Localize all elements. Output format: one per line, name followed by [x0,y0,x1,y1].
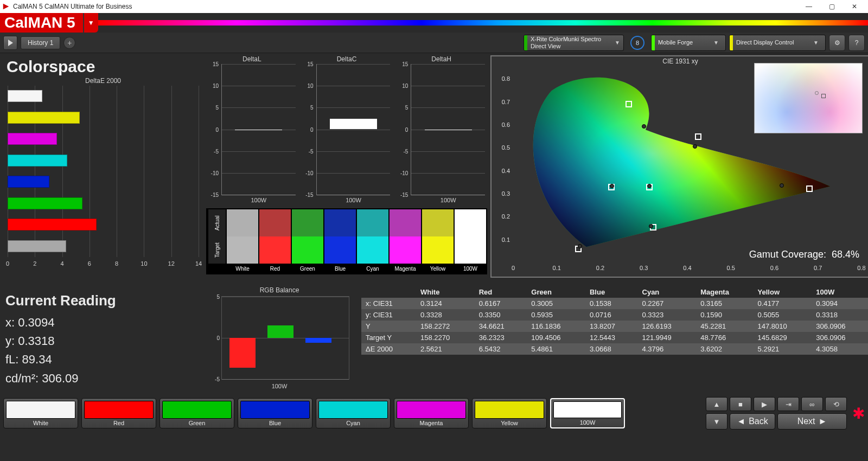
continuous-button[interactable]: ∞ [801,397,823,411]
brand-logo-text: CalMAN 5 [4,14,75,31]
nav-down-button[interactable]: ▼ [706,413,727,430]
swatch-actual-magenta [388,209,421,236]
tab-add-button[interactable]: + [63,37,75,49]
swatch-button-cyan[interactable]: Cyan [316,398,391,428]
swatch-button-red[interactable]: Red [81,398,156,428]
cie-measured-blue [578,244,582,248]
swatch-actual-100w [454,209,486,236]
app-icon [2,3,10,10]
deltae-bar-blue [8,176,49,188]
deltae-chart: 02468101214 [8,86,201,267]
delta-mini-panel: DeltaL -15-10-5051015100W DeltaC -15-10-… [206,55,487,283]
help-button[interactable]: ? [848,35,865,51]
meter-slot[interactable]: X-Rite ColorMunki Spectro Direct View ▼ [524,35,624,51]
deltae-bar-red [8,219,97,230]
chevron-down-icon: ▼ [710,35,722,50]
data-table: WhiteRedGreenBlueCyanMagentaYellow100Wx:… [361,286,868,355]
brand-menu-caret[interactable]: ▼ [84,13,98,33]
swatch-label-blue: Blue [323,264,356,273]
back-label: Back [749,417,768,426]
deltae-bar-yellow [8,112,80,124]
current-reading-panel: Current Reading x: 0.3094 y: 0.3318 fL: … [3,286,203,395]
cie-target-yellow [695,133,701,140]
meter-count-badge[interactable]: 8 [630,36,644,50]
reading-cdm2: cd/m²: 306.09 [5,369,201,388]
swatch-button-yellow[interactable]: Yellow [472,398,547,428]
rgb-bar-b [305,338,331,343]
spectrum-strip [98,20,868,25]
meter-line2: Direct View [531,43,608,49]
page-title: Colorspace [3,55,203,77]
deltal-title: DeltaL [206,55,298,63]
swatch-target-yellow [421,236,454,264]
play-icon [8,40,13,46]
swatch-label-green: Green [291,264,323,273]
deltae-bar-cyan [8,155,67,167]
swatch-actual-white [226,209,258,236]
asterisk-icon: ✱ [852,405,865,422]
data-table-panel: WhiteRedGreenBlueCyanMagentaYellow100Wx:… [361,286,868,395]
swatch-button-green[interactable]: Green [159,398,234,428]
play-button-small[interactable]: ▶ [754,397,775,411]
deltae-bar-magenta [8,133,57,145]
question-icon: ? [855,39,859,47]
swatch-button-magenta[interactable]: Magenta [394,398,469,428]
nav-up-button[interactable]: ▲ [706,397,727,411]
swatch-actual-green [291,209,323,236]
swatch-actual-cyan [356,209,388,236]
stop-button[interactable]: ■ [730,397,751,411]
deltal-chart: DeltaL -15-10-5051015100W [206,55,298,205]
sequence-button[interactable]: ⇥ [777,397,799,411]
swatch-button-blue[interactable]: Blue [238,398,312,428]
deltac-chart: DeltaC -15-10-5051015100W [301,55,393,205]
window-close-button[interactable]: ✕ [843,0,866,13]
rgb-balance-panel: RGB Balance -505 100W [206,286,353,389]
cie-measured-cyan [610,184,614,188]
thumb-target-marker [821,94,826,98]
gamut-coverage-label: Gamut Coverage: [749,249,826,260]
rgb-xlabel: 100W [272,383,288,389]
window-maximize-button[interactable]: ▢ [820,0,843,13]
swatch-nav: WhiteRedGreenBlueCyanMagentaYellow100W [3,398,625,428]
deltah-bar [425,130,472,130]
swatch-label-100w: 100W [454,264,486,273]
table-row: Y158.227234.6621116.183613.8207126.61934… [361,321,868,332]
back-button[interactable]: ◄ Back [730,413,775,430]
cie-measured-white [647,184,652,188]
next-label: Next [797,417,815,426]
cie-measured-red [780,183,784,188]
swatch-actual-blue [323,209,356,236]
gear-icon: ⚙ [834,39,840,47]
swatch-target-cyan [356,236,388,264]
source-label: Mobile Forge [658,39,707,46]
swatch-label-yellow: Yellow [421,264,454,273]
deltae-bar-white [8,90,42,102]
swatch-label-white: White [226,264,258,273]
play-button[interactable] [3,36,17,50]
cie-measured-yellow [693,144,697,149]
display-slot[interactable]: Direct Display Control ▼ [729,35,826,51]
display-label: Direct Display Control [736,39,807,46]
window-minimize-button[interactable]: — [797,0,820,13]
brand-logo: CalMAN 5 [0,13,84,33]
settings-button[interactable]: ⚙ [829,35,845,51]
deltah-chart: DeltaH -15-10-5051015100W [395,55,487,205]
cie-measured-magenta [649,224,653,228]
swatch-target-blue [323,236,356,264]
deltac-bar [330,119,377,129]
chevron-down-icon: ▼ [810,35,822,50]
next-button[interactable]: Next ► [777,413,847,430]
table-row: y: CIE310.33280.33500.59350.07160.33230.… [361,309,868,321]
swatch-button-100w[interactable]: 100W [550,398,625,428]
swatch-actual-yellow [421,209,454,236]
refresh-button[interactable]: ⟲ [825,397,847,411]
window-title: CalMAN 5 CalMAN Ultimate for Business [13,3,132,10]
window-titlebar: CalMAN 5 CalMAN Ultimate for Business — … [0,0,868,13]
bottom-bar: WhiteRedGreenBlueCyanMagentaYellow100W ▲… [0,396,868,431]
history-tab[interactable]: History 1 [21,36,60,49]
brand-bar: CalMAN 5 ▼ [0,13,868,33]
swatch-actual-red [258,209,291,236]
deltah-title: DeltaH [395,55,487,63]
swatch-button-white[interactable]: White [3,398,78,428]
source-slot[interactable]: Mobile Forge ▼ [651,35,726,51]
